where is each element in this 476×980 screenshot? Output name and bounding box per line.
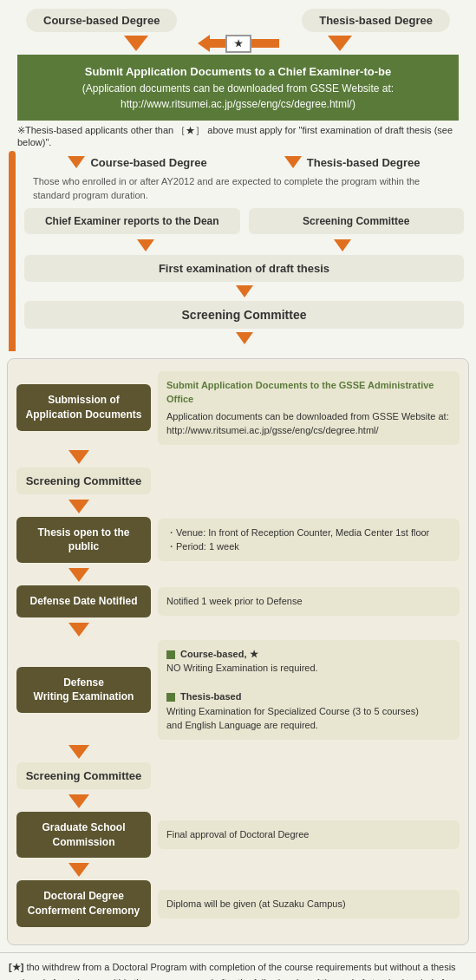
green-sq-course <box>166 650 175 659</box>
arrow-after-grad-commission <box>68 863 89 877</box>
course-based-label-top: Course-based Degree <box>26 9 177 32</box>
flow-row-submission: Submission ofApplication Documents Submi… <box>16 371 460 445</box>
tri-thesis <box>284 156 302 168</box>
arrow-down-screening2 <box>236 332 253 344</box>
defense-date-box: Defense Date Notified <box>16 585 151 617</box>
arrow-after-thesis-public <box>68 568 89 582</box>
arrow-down-first-exam <box>236 285 253 297</box>
course-label-mid: Course-based Degree <box>90 156 206 169</box>
submission-box: Submission ofApplication Documents <box>16 384 151 431</box>
green-sq-thesis <box>166 693 175 702</box>
footnote-star: [★] <box>9 962 23 972</box>
submission-title: Submit Application Documents to the GSSE… <box>166 378 451 407</box>
grad-commission-box: Graduate SchoolCommission <box>16 812 151 859</box>
star-badge: ★ <box>225 35 251 53</box>
submission-body: Application documents can be downloaded … <box>166 409 451 438</box>
thesis-based-label-top: Thesis-based Degree <box>302 9 450 32</box>
arrow-after-defense-writing <box>68 745 89 759</box>
thesis-based-note: Thesis-based <box>180 691 241 702</box>
flow-row-thesis-public: Thesis open to the public ・Venue: In fro… <box>16 517 460 564</box>
defense-date-detail: Notified 1 week prior to Defense <box>158 587 460 616</box>
flow-row-screening2: Screening Committee <box>16 762 460 789</box>
down-arrow-thesis <box>328 36 352 51</box>
course-based-col-header: Course-based Degree <box>68 156 206 169</box>
course-description: Those who enrolled in or after AY2012 an… <box>21 171 467 208</box>
no-writing-note: NO Writing Examination is required. <box>166 663 318 673</box>
green-box-line3: http://www.ritsumei.ac.jp/gsse/eng/cs/de… <box>121 98 355 110</box>
arrow-after-submission <box>68 450 89 464</box>
screening-committee-box2: Screening Committee <box>24 301 464 329</box>
screening-committee-box1: Screening Committee <box>249 208 465 234</box>
flow-row-defense-date: Defense Date Notified Notified 1 week pr… <box>16 585 460 617</box>
flow-row-defense-writing: DefenseWriting Examination Course-based,… <box>16 640 460 740</box>
green-box-line2: (Application documents can be downloaded… <box>82 82 394 95</box>
flow-row-grad-commission: Graduate SchoolCommission Final approval… <box>16 812 460 859</box>
conferment-detail: Diploma will be given (at Suzaku Campus) <box>158 890 460 918</box>
conferment-box: Doctoral DegreeConferment Ceremony <box>16 880 151 927</box>
thesis-based-col-header: Thesis-based Degree <box>284 156 421 169</box>
footnote-text: tho withdrew from a Doctoral Program wit… <box>9 962 456 980</box>
tri-course <box>68 156 85 168</box>
first-exam-box: First examination of draft thesis <box>24 255 464 282</box>
down-arrow-course <box>124 36 148 51</box>
thesis-public-box: Thesis open to the public <box>16 517 151 564</box>
thesis-label-mid: Thesis-based Degree <box>307 156 421 169</box>
screening-box-flow2: Screening Committee <box>16 762 151 789</box>
arrow-after-screening2 <box>68 794 89 808</box>
thesis-note: ※Thesis-based applicants other than ［★］ … <box>9 121 467 151</box>
arrow-down-chief <box>137 239 154 252</box>
left-arrow: ★ <box>198 35 279 52</box>
screening-box-flow1: Screening Committee <box>16 467 151 494</box>
flow-row-screening1: Screening Committee <box>16 467 460 494</box>
arrow-after-defense-date <box>68 623 89 637</box>
vertical-orange-bar <box>9 151 16 351</box>
green-box-title: Submit Application Documents to a Chief … <box>85 65 391 78</box>
footnote-section: [★] tho withdrew from a Doctoral Program… <box>0 952 476 980</box>
flow-row-conferment: Doctoral DegreeConferment Ceremony Diplo… <box>16 880 460 927</box>
chief-examiner-box: Chief Examiner reports to the Dean <box>24 208 240 234</box>
defense-writing-box: DefenseWriting Examination <box>16 667 151 714</box>
main-flow-section: Submission ofApplication Documents Submi… <box>7 358 469 946</box>
writing-exam-note: Writing Examination for Specialized Cour… <box>166 706 419 731</box>
grad-commission-detail: Final approval of Doctoral Degree <box>158 820 460 849</box>
arrow-after-screening1 <box>68 500 89 513</box>
course-based-note: Course-based, ★ <box>180 649 258 659</box>
submission-detail: Submit Application Documents to the GSSE… <box>158 371 460 445</box>
arrow-down-screening1 <box>334 239 351 252</box>
thesis-public-detail: ・Venue: In front of Reception Counter, M… <box>158 519 460 561</box>
defense-writing-detail: Course-based, ★ NO Writing Examination i… <box>158 640 460 740</box>
submit-application-banner: Submit Application Documents to a Chief … <box>17 55 459 121</box>
